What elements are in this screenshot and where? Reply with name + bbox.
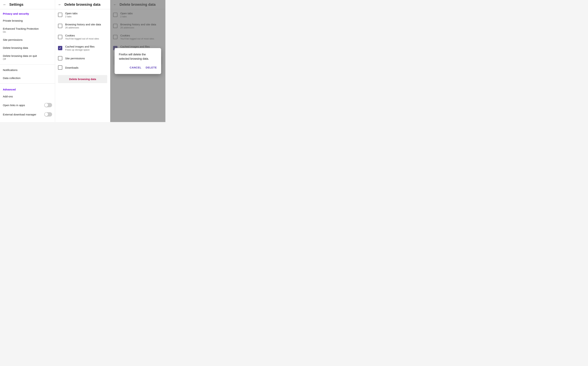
private-browsing-label: Private browsing xyxy=(3,19,23,22)
cookies-label: Cookies xyxy=(65,34,107,37)
open-tabs-subtitle: 2 tabs xyxy=(65,15,107,18)
downloads-label: Downloads xyxy=(65,66,107,69)
checkbox-item-browsing-history[interactable]: Browsing history and site data 26 addres… xyxy=(55,20,110,31)
sidebar-item-data-collection[interactable]: Data collection xyxy=(0,74,55,82)
cached-images-subtitle: Frees up storage space xyxy=(65,48,107,51)
open-tabs-label: Open tabs xyxy=(65,12,107,15)
site-permissions-label: Site permissions xyxy=(65,57,107,60)
browsing-history-subtitle: 26 addresses xyxy=(65,26,107,29)
sidebar-item-addons[interactable]: Add-ons xyxy=(0,92,55,100)
browsing-history-label: Browsing history and site data xyxy=(65,23,107,26)
notifications-label: Notifications xyxy=(3,69,17,71)
divider-1 xyxy=(0,64,55,65)
sidebar-item-delete-browsing-data[interactable]: Delete browsing data xyxy=(0,44,55,52)
open-links-toggle[interactable] xyxy=(44,103,52,107)
delete-back-button[interactable]: ← xyxy=(58,2,62,7)
site-permissions-label: Site permissions xyxy=(3,38,23,41)
checkbox-item-cookies[interactable]: Cookies You'll be logged out of most sit… xyxy=(55,31,110,43)
settings-panel: ← Settings Privacy and security Private … xyxy=(0,0,55,122)
settings-back-button[interactable]: ← xyxy=(3,2,7,7)
delete-on-quit-label: Delete browsing data on quit xyxy=(3,54,52,57)
delete-browsing-data-button[interactable]: Delete browsing data xyxy=(58,75,107,83)
sidebar-item-enhanced-tracking[interactable]: Enhanced Tracking Protection On xyxy=(0,25,55,36)
section-header-advanced: Advanced xyxy=(0,85,55,92)
browsing-history-checkbox[interactable] xyxy=(58,24,62,28)
divider-2 xyxy=(0,84,55,84)
downloads-checkbox[interactable] xyxy=(58,65,62,70)
cookies-subtitle: You'll be logged out of most sites xyxy=(65,37,107,40)
open-links-label: Open links in apps xyxy=(3,104,25,107)
sidebar-item-site-permissions[interactable]: Site permissions xyxy=(0,36,55,44)
sidebar-item-private-browsing[interactable]: Private browsing xyxy=(0,17,55,25)
cached-images-label: Cached images and files xyxy=(65,45,107,48)
delete-browsing-data-panel: ← Delete browsing data Open tabs 2 tabs … xyxy=(55,0,110,122)
checkbox-item-downloads[interactable]: Downloads xyxy=(55,63,110,72)
delete-on-quit-subtitle: Off xyxy=(3,58,52,61)
addons-label: Add-ons xyxy=(3,95,13,98)
cached-images-checkbox[interactable] xyxy=(58,46,62,50)
delete-browsing-data-label: Delete browsing data xyxy=(3,46,28,49)
delete-panel-header: ← Delete browsing data xyxy=(55,0,110,9)
settings-header: ← Settings xyxy=(0,0,55,9)
section-header-privacy: Privacy and security xyxy=(0,9,55,17)
checkbox-item-cached-images[interactable]: Cached images and files Frees up storage… xyxy=(55,43,110,53)
dialog-overlay: Firefox will delete the selected browsin… xyxy=(110,0,165,122)
sidebar-item-delete-on-quit[interactable]: Delete browsing data on quit Off xyxy=(0,52,55,63)
delete-panel-title: Delete browsing data xyxy=(64,2,100,7)
sidebar-item-notifications[interactable]: Notifications xyxy=(0,66,55,74)
checkbox-item-open-tabs[interactable]: Open tabs 2 tabs xyxy=(55,9,110,20)
external-download-label: External download manager xyxy=(3,113,36,116)
dialog-cancel-button[interactable]: CANCEL xyxy=(130,65,141,70)
delete-browsing-data-panel-overlay: ← Delete browsing data Open tabs 2 tabs … xyxy=(110,0,165,122)
external-download-toggle[interactable] xyxy=(44,112,52,116)
sidebar-item-external-download[interactable]: External download manager xyxy=(0,110,55,119)
dialog-message: Firefox will delete the selected browsin… xyxy=(119,52,157,61)
enhanced-tracking-subtitle: On xyxy=(3,30,52,33)
dialog-delete-button[interactable]: DELETE xyxy=(146,65,157,70)
cookies-checkbox[interactable] xyxy=(58,35,62,39)
site-permissions-checkbox[interactable] xyxy=(58,56,62,61)
enhanced-tracking-label: Enhanced Tracking Protection xyxy=(3,27,52,30)
dialog-buttons: CANCEL DELETE xyxy=(119,65,157,70)
sidebar-item-open-links[interactable]: Open links in apps xyxy=(0,100,55,110)
data-collection-label: Data collection xyxy=(3,76,20,80)
confirmation-dialog: Firefox will delete the selected browsin… xyxy=(115,48,161,74)
settings-title: Settings xyxy=(9,2,24,7)
checkbox-item-site-permissions[interactable]: Site permissions xyxy=(55,53,110,63)
open-tabs-checkbox[interactable] xyxy=(58,13,62,17)
